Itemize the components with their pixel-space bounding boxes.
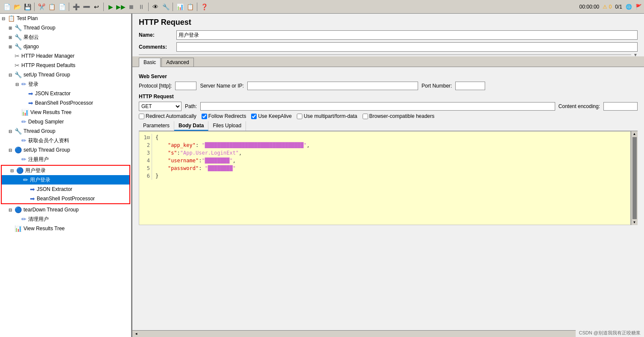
tab-basic[interactable]: Basic xyxy=(139,58,161,67)
server-input[interactable] xyxy=(247,82,418,90)
sub-tab-body[interactable]: Body Data xyxy=(174,121,208,131)
toolbar-chart[interactable]: 📊 xyxy=(175,2,184,12)
redirect-checkbox[interactable] xyxy=(139,114,144,119)
toolbar-save[interactable]: 💾 xyxy=(23,2,32,12)
view-results1-label: View Results Tree xyxy=(30,109,72,115)
follow-checkbox-item: Follow Redirects xyxy=(202,113,246,119)
setup-tg2-icon: 🔵 xyxy=(15,147,22,153)
port-input[interactable] xyxy=(455,82,485,90)
line-num-5: 5 xyxy=(141,164,152,172)
main-tabs: Basic Advanced xyxy=(132,56,644,67)
tree-item-test-plan[interactable]: ⊟ 📋 Test Plan xyxy=(0,14,131,23)
protocol-row: Protocol [http]: Server Name or IP: Port… xyxy=(139,82,638,90)
web-server-section: Web Server xyxy=(139,73,638,79)
toolbar-stop[interactable]: ⏹ xyxy=(126,2,136,12)
toolbar-run[interactable]: ▶ xyxy=(106,2,115,12)
comments-row: Comments: xyxy=(132,41,644,53)
right-panel: HTTP Request Name: Comments: ▼ Basic Adv… xyxy=(132,14,644,337)
line-content-1: { xyxy=(155,134,158,141)
line-content-6: } xyxy=(155,172,158,180)
tree-item-user-login-sampler[interactable]: ⊟ ✏ 用户登录 xyxy=(2,175,129,185)
toolbar-settings[interactable]: 🔧 xyxy=(161,2,170,12)
tree-item-teardown[interactable]: ⊟ 🔵 tearDown Thread Group xyxy=(0,205,131,214)
toolbar-table[interactable]: 📋 xyxy=(185,2,195,12)
protocol-input[interactable] xyxy=(175,82,196,90)
toggle-setup-tg1[interactable]: ⊟ xyxy=(9,73,15,77)
user-login-group-label: 用户登录 xyxy=(25,167,46,174)
code-editor[interactable]: 1⊟ { 2 "app_key": "█████████████████████… xyxy=(139,131,631,225)
tree-item-json-ext2[interactable]: ⊟ ➡ JSON Extractor xyxy=(2,185,129,194)
tree-item-user-login-group[interactable]: ⊟ 🔵 用户登录 xyxy=(2,166,129,175)
tree-item-json-ext1[interactable]: ⊟ ➡ JSON Extractor xyxy=(0,89,131,98)
sub-tab-files[interactable]: Files Upload xyxy=(208,121,246,131)
tab-advanced[interactable]: Advanced xyxy=(161,58,193,67)
toolbar-watch[interactable]: 👁 xyxy=(151,2,160,12)
toolbar-new[interactable]: 📄 xyxy=(2,2,12,12)
toolbar-cut[interactable]: ✂️ xyxy=(37,2,46,12)
tree-item-beanshell2[interactable]: ⊟ ➡ BeanShell PostProcessor xyxy=(2,194,129,203)
toggle-thread-group[interactable]: ⊞ xyxy=(9,26,15,30)
tree-item-django[interactable]: ⊞ 🔧 django xyxy=(0,42,131,51)
toolbar-add[interactable]: ➕ xyxy=(71,2,81,12)
encoding-input[interactable] xyxy=(603,102,638,111)
code-line-1: 1⊟ { xyxy=(141,134,628,141)
method-select[interactable]: GET POST PUT DELETE PATCH xyxy=(139,102,181,111)
tree-item-thread-group2[interactable]: ⊟ 🔧 Thread Group xyxy=(0,126,131,136)
thread-group-icon: 🔧 xyxy=(15,24,22,31)
toolbar-remove[interactable]: ➖ xyxy=(82,2,91,12)
toggle-django[interactable]: ⊞ xyxy=(9,44,15,49)
teardown-icon: 🔵 xyxy=(15,206,22,213)
path-input[interactable] xyxy=(200,102,555,111)
tree-item-register[interactable]: ⊟ ✏ 注册用户 xyxy=(0,155,131,164)
toolbar-undo[interactable]: ↩ xyxy=(92,2,101,12)
tree-item-login[interactable]: ⊟ ✏ 登录 xyxy=(0,79,131,89)
scrollbar-h[interactable]: ◄ ► xyxy=(132,330,644,337)
toggle-login[interactable]: ⊟ xyxy=(15,82,21,87)
http-header-icon: ✂ xyxy=(15,53,20,59)
code-line-2: 2 "app_key": "██████████████████████████… xyxy=(141,141,628,149)
line-content-3: "s":"App.User.LoginExt", xyxy=(155,149,242,157)
keepalive-checkbox[interactable] xyxy=(251,114,257,119)
toolbar-paste[interactable]: 📄 xyxy=(57,2,67,12)
tree-item-thread-group[interactable]: ⊞ 🔧 Thread Group xyxy=(0,23,131,32)
toolbar-open[interactable]: 📂 xyxy=(12,2,22,12)
toggle-test-plan[interactable]: ⊟ xyxy=(2,16,8,21)
setup-tg1-icon: 🔧 xyxy=(15,71,22,78)
browser-checkbox[interactable] xyxy=(363,114,368,119)
toolbar-run-all[interactable]: ▶▶ xyxy=(116,2,126,12)
http-defaults-icon: ✂ xyxy=(15,62,20,69)
toggle-thread-group2[interactable]: ⊟ xyxy=(9,129,15,134)
tree-item-http-defaults[interactable]: ⊟ ✂ HTTP Request Defaults xyxy=(0,61,131,70)
tree-item-setup-tg2[interactable]: ⊟ 🔵 setUp Thread Group xyxy=(0,145,131,155)
comments-input[interactable] xyxy=(176,42,638,52)
toggle-user-login-group[interactable]: ⊟ xyxy=(10,168,16,173)
checkbox-row: Redirect Automatically Follow Redirects … xyxy=(139,113,638,119)
multipart-checkbox-item: Use multipart/form-data xyxy=(297,113,357,119)
tree-item-get-member[interactable]: ⊟ ✏ 获取会员个人资料 xyxy=(0,136,131,145)
follow-checkbox[interactable] xyxy=(202,114,207,119)
fruit-cloud-icon: 🔧 xyxy=(15,34,22,41)
tree-item-view-results1[interactable]: ⊟ 📊 View Results Tree xyxy=(0,108,131,117)
multipart-checkbox[interactable] xyxy=(297,114,302,119)
toggle-teardown[interactable]: ⊟ xyxy=(9,208,15,212)
name-input[interactable] xyxy=(176,30,638,40)
tree-item-beanshell1[interactable]: ⊟ ➡ BeanShell PostProcessor xyxy=(0,98,131,108)
tree-item-clean-user[interactable]: ⊟ ✏ 清理用户 xyxy=(0,214,131,224)
tree-item-debug[interactable]: ⊟ ✏ Debug Sampler xyxy=(0,117,131,126)
toggle-fruit-cloud[interactable]: ⊞ xyxy=(9,35,15,40)
multipart-label: Use multipart/form-data xyxy=(304,113,357,119)
toggle-setup-tg2[interactable]: ⊟ xyxy=(9,148,15,152)
tree-item-fruit-cloud[interactable]: ⊞ 🔧 果创云 xyxy=(0,32,131,42)
red-box-container: ⊟ 🔵 用户登录 ⊟ ✏ 用户登录 ⊟ ➡ JSON Extractor ⊟ xyxy=(1,165,130,204)
tree-item-http-header[interactable]: ⊟ ✂ HTTP Header Manager xyxy=(0,51,131,61)
clean-user-icon: ✏ xyxy=(21,216,26,223)
sub-tab-parameters[interactable]: Parameters xyxy=(139,121,174,131)
scrollbar-v[interactable]: ▲ ▼ xyxy=(631,131,638,225)
toolbar-copy[interactable]: 📋 xyxy=(47,2,56,12)
tree-item-setup-tg1[interactable]: ⊟ 🔧 setUp Thread Group xyxy=(0,70,131,79)
toolbar-status: 00:00:00 ⚠ 0 0/1 🌐 🚩 xyxy=(580,4,642,10)
toolbar-pause[interactable]: ⏸ xyxy=(137,2,146,12)
toolbar-help[interactable]: ❓ xyxy=(199,2,209,12)
thread-group2-label: Thread Group xyxy=(23,128,56,134)
tree-item-view-results2[interactable]: ⊟ 📊 View Results Tree xyxy=(0,224,131,233)
